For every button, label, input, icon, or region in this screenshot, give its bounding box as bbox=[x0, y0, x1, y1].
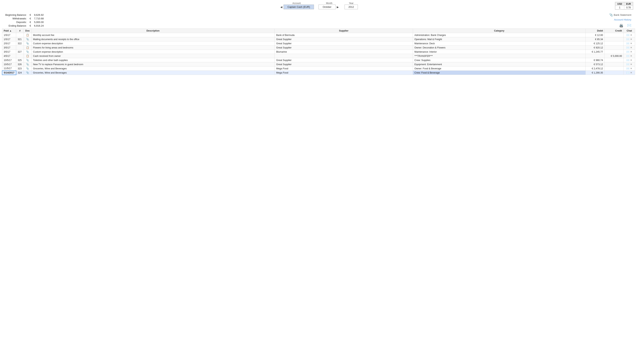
cell-category[interactable]: Owner: Food & Beverage bbox=[413, 66, 586, 71]
table-row[interactable]: 3/5/17📋Flowers for living areas and bedr… bbox=[2, 46, 635, 50]
account-prev-arrow[interactable]: ◀ bbox=[279, 5, 284, 9]
cell-description[interactable]: Cash received from owner bbox=[31, 54, 274, 58]
doc-icon[interactable]: 📎 bbox=[26, 42, 29, 45]
cell-supplier[interactable]: Mega Food bbox=[274, 66, 413, 71]
month-next-arrow[interactable]: ▶ bbox=[336, 5, 340, 9]
table-row[interactable]: 4/5/17📋Cash received from owner***TRANSF… bbox=[2, 54, 635, 58]
chat-mail-icon[interactable]: ✉️ bbox=[626, 42, 630, 45]
cell-doc[interactable]: 📎 bbox=[24, 42, 32, 46]
cell-doc[interactable]: 📎 bbox=[24, 37, 32, 42]
doc-icon[interactable]: 📎 bbox=[26, 63, 29, 66]
row-delete-btn[interactable]: ✕ bbox=[630, 54, 632, 57]
email-icon[interactable]: ✉️ bbox=[627, 23, 631, 28]
cell-doc[interactable]: 📎 bbox=[24, 58, 32, 62]
cell-doc[interactable]: 📋 bbox=[24, 54, 32, 58]
cell-paid[interactable]: 2/5/17 bbox=[2, 42, 16, 46]
cell-category[interactable]: Maintenance: Interior bbox=[413, 50, 586, 54]
cell-paid[interactable]: 3/5/17 bbox=[2, 46, 16, 50]
chat-mail-icon[interactable]: ✉️ bbox=[626, 67, 630, 70]
cell-chat[interactable]: ✉️ ✕ bbox=[624, 71, 635, 75]
row-delete-btn[interactable]: ✕ bbox=[630, 50, 632, 53]
year-field[interactable]: 2012 bbox=[344, 4, 358, 9]
row-delete-btn[interactable]: ✕ bbox=[630, 71, 632, 74]
row-delete-btn[interactable]: ✕ bbox=[630, 63, 632, 66]
cell-description[interactable]: Groceries, Wine and Beverages bbox=[31, 66, 274, 71]
cell-paid[interactable]: 3/5/17 bbox=[2, 50, 16, 54]
account-history-link[interactable]: Account History bbox=[614, 18, 631, 21]
table-row[interactable]: 3/5/17327📎Custom expense descriptionBlum… bbox=[2, 50, 635, 54]
cell-doc[interactable]: 📋 bbox=[24, 46, 32, 50]
account-field[interactable]: Captain Cash (EUR) bbox=[284, 4, 314, 9]
doc-icon[interactable]: 📋 bbox=[26, 46, 29, 49]
cell-supplier[interactable]: Bank of Bermuda bbox=[274, 33, 413, 37]
cell-chat[interactable]: ✉️ ✕ bbox=[624, 37, 635, 42]
cell-paid[interactable]: 1/5/17 bbox=[2, 37, 16, 42]
cell-supplier[interactable]: Great Supplier bbox=[274, 46, 413, 50]
cell-description[interactable]: Mailing documents and receipts to the of… bbox=[31, 37, 274, 42]
doc-icon[interactable]: 📎 bbox=[26, 71, 29, 74]
row-delete-btn[interactable]: ✕ bbox=[630, 46, 632, 49]
cell-description[interactable]: Toiletries and other bath supplies bbox=[31, 58, 274, 62]
cell-supplier[interactable]: Great Supplier bbox=[274, 42, 413, 46]
cell-category[interactable]: Administration: Bank Charges bbox=[413, 33, 586, 37]
chat-mail-icon[interactable]: ✉️ bbox=[626, 71, 630, 74]
cell-doc[interactable]: 📎 bbox=[24, 71, 32, 75]
chat-mail-icon[interactable]: ✉️ bbox=[626, 59, 630, 62]
doc-icon[interactable]: 📎 bbox=[26, 59, 29, 62]
cell-paid[interactable]: 10/5/17 bbox=[2, 62, 16, 66]
cell-description[interactable]: New TV to replace Panasonic in guest bed… bbox=[31, 62, 274, 66]
cell-chat[interactable]: ✉️ ✕ bbox=[624, 58, 635, 62]
cell-chat[interactable]: ✉️ ✕ bbox=[624, 62, 635, 66]
row-delete-btn[interactable]: ✕ bbox=[630, 38, 632, 41]
chat-mail-icon[interactable]: ✉️ bbox=[626, 34, 630, 36]
cell-supplier[interactable]: Blumarine bbox=[274, 50, 413, 54]
table-row[interactable]: 2/5/17322📎Custom expense descriptionGrea… bbox=[2, 42, 635, 46]
table-row[interactable]: 10/5/17326📎New TV to replace Panasonic i… bbox=[2, 62, 635, 66]
cell-chat[interactable]: ✉️ ✕ bbox=[624, 54, 635, 58]
cell-category[interactable]: Owner: Decoration & Flowers bbox=[413, 46, 586, 50]
cell-supplier[interactable]: Great Supplier bbox=[274, 58, 413, 62]
cell-chat[interactable]: ✉️ ✕ bbox=[624, 46, 635, 50]
doc-icon[interactable]: 📋 bbox=[26, 34, 29, 36]
table-row[interactable]: 10/5/17325📎Toiletries and other bath sup… bbox=[2, 58, 635, 62]
cell-description[interactable]: Custom expense description bbox=[31, 50, 274, 54]
cell-description[interactable]: Monthly account fee bbox=[31, 33, 274, 37]
table-row[interactable]: 5/14/2017324📎Groceries, Wine and Beverag… bbox=[2, 71, 635, 75]
chat-mail-icon[interactable]: ✉️ bbox=[626, 46, 630, 49]
cell-category[interactable]: Maintenance: Deck bbox=[413, 42, 586, 46]
doc-icon[interactable]: 📎 bbox=[26, 67, 29, 70]
cell-chat[interactable]: ✉️ ✕ bbox=[624, 33, 635, 37]
row-delete-btn[interactable]: ✕ bbox=[630, 42, 632, 45]
cell-doc[interactable]: 📎 bbox=[24, 66, 32, 71]
month-field[interactable]: October bbox=[318, 4, 336, 9]
table-row[interactable]: 1/5/17321📎Mailing documents and receipts… bbox=[2, 37, 635, 42]
bank-statement-link[interactable]: 📎 Bank Statement bbox=[609, 13, 632, 17]
cell-paid[interactable]: 4/5/17 bbox=[2, 54, 16, 58]
cell-category[interactable]: Crew: Food & Beverage bbox=[413, 71, 586, 75]
chat-mail-icon[interactable]: ✉️ bbox=[626, 38, 630, 41]
chat-mail-icon[interactable]: ✉️ bbox=[626, 54, 630, 57]
print-icon[interactable]: 🖨️ bbox=[619, 23, 623, 28]
table-row[interactable]: 11/5/17323📎Groceries, Wine and Beverages… bbox=[2, 66, 635, 71]
row-delete-btn[interactable]: ✕ bbox=[630, 67, 632, 70]
cell-supplier[interactable]: Great Supplier bbox=[274, 62, 413, 66]
cell-category[interactable]: Operations: Mail & Freight bbox=[413, 37, 586, 42]
table-row[interactable]: 1/5/17📋Monthly account feeBank of Bermud… bbox=[2, 33, 635, 37]
chat-mail-icon[interactable]: ✉️ bbox=[626, 63, 630, 66]
cell-paid[interactable]: 5/14/2017 bbox=[2, 71, 16, 75]
cell-doc[interactable]: 📎 bbox=[24, 50, 32, 54]
cell-supplier[interactable] bbox=[274, 54, 413, 58]
cell-description[interactable]: Groceries, Wine and Beverages bbox=[31, 71, 274, 75]
cell-paid[interactable]: 10/5/17 bbox=[2, 58, 16, 62]
cell-description[interactable]: Flowers for living areas and bedrooms bbox=[31, 46, 274, 50]
header-paid[interactable]: Paid ▲ bbox=[2, 29, 16, 33]
cell-category[interactable]: ***TRANSFER*** bbox=[413, 54, 586, 58]
doc-icon[interactable]: 📋 bbox=[26, 54, 29, 57]
row-delete-btn[interactable]: ✕ bbox=[630, 59, 632, 62]
cell-doc[interactable]: 📎 bbox=[24, 62, 32, 66]
cell-description[interactable]: Custom expense description bbox=[31, 42, 274, 46]
cell-chat[interactable]: ✉️ ✕ bbox=[624, 66, 635, 71]
cell-supplier[interactable]: Mega Food bbox=[274, 71, 413, 75]
cell-paid[interactable]: 1/5/17 bbox=[2, 33, 16, 37]
cell-chat[interactable]: ✉️ ✕ bbox=[624, 50, 635, 54]
